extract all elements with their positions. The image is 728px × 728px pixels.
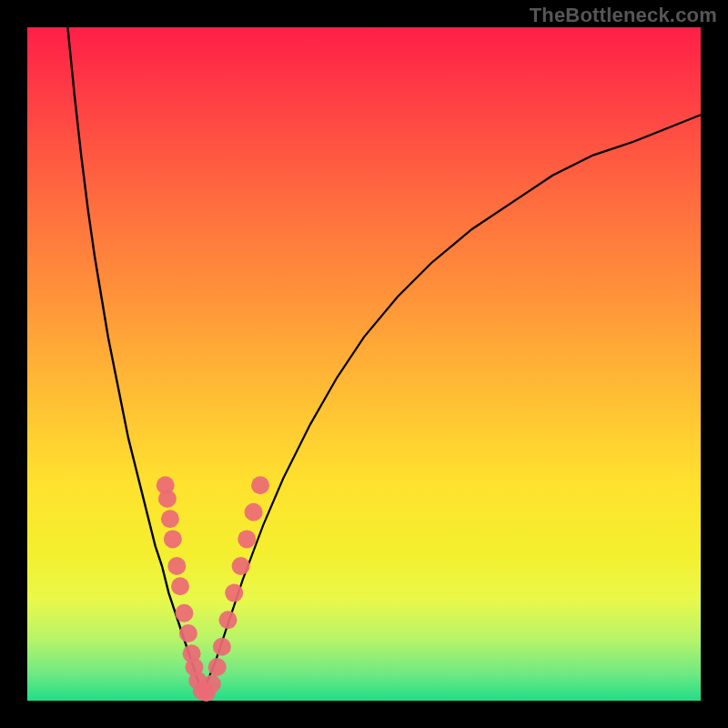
marker-dot: [203, 675, 221, 693]
marker-dot: [164, 530, 182, 548]
marker-dot: [208, 658, 227, 676]
highlight-markers: [157, 476, 269, 702]
marker-dot: [161, 510, 179, 528]
marker-dot: [167, 557, 186, 575]
marker-dot: [232, 557, 250, 575]
watermark-text: TheBottleneck.com: [530, 4, 717, 27]
marker-dot: [219, 611, 238, 629]
marker-dot: [245, 503, 263, 521]
marker-dot: [175, 604, 193, 622]
marker-dot: [251, 476, 269, 494]
marker-dot: [171, 577, 189, 595]
curve-right-branch: [202, 115, 701, 693]
marker-dot: [213, 638, 231, 656]
chart-svg: [27, 27, 701, 701]
plot-area: [27, 27, 701, 701]
marker-dot: [179, 624, 197, 642]
marker-dot: [158, 490, 177, 508]
marker-dot: [225, 584, 243, 602]
marker-dot: [238, 530, 256, 548]
chart-frame: TheBottleneck.com: [0, 0, 728, 728]
